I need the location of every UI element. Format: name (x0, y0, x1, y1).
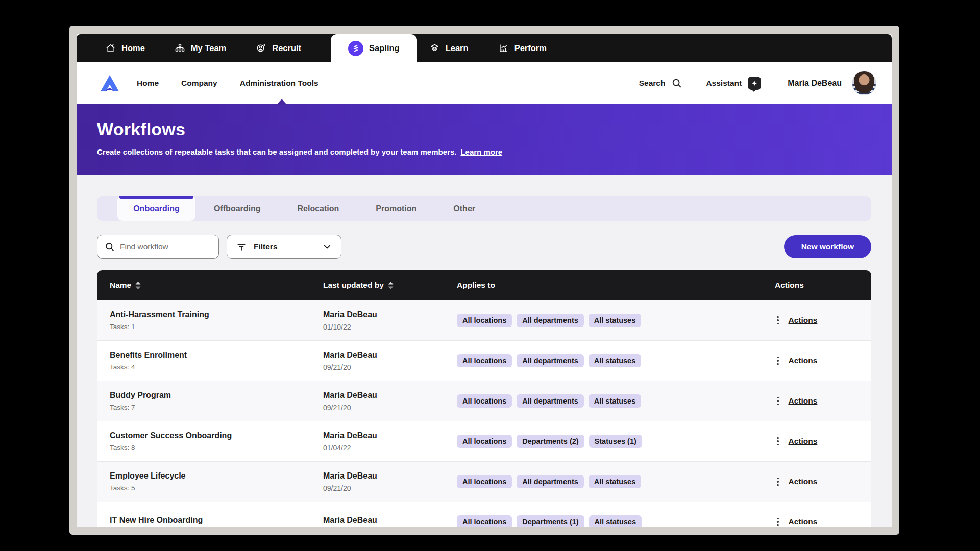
kebab-menu-icon[interactable] (775, 395, 781, 408)
suite-nav-recruit[interactable]: Recruit (256, 34, 301, 62)
suite-nav-home-label: Home (121, 43, 145, 53)
search-input[interactable] (120, 242, 212, 252)
suite-nav-learn[interactable]: Learn (429, 34, 469, 62)
kebab-menu-icon[interactable] (775, 435, 781, 448)
org-chart-icon (175, 43, 185, 54)
actions-link[interactable]: Actions (789, 477, 818, 486)
column-header-actions: Actions (775, 281, 871, 290)
new-workflow-button[interactable]: New workflow (784, 235, 871, 258)
kebab-menu-icon[interactable] (775, 475, 781, 488)
workflow-name[interactable]: Employee Lifecycle (110, 471, 323, 481)
applies-badge: All departments (517, 475, 584, 488)
suite-nav-perform[interactable]: Perform (498, 34, 547, 62)
person-add-icon (256, 43, 266, 54)
workflow-task-count: Tasks: 8 (110, 444, 323, 452)
updated-by: Maria DeBeau (323, 471, 457, 481)
tab-other[interactable]: Other (435, 196, 494, 221)
workflow-task-count: Tasks: 1 (110, 323, 323, 331)
kebab-menu-icon[interactable] (775, 355, 781, 367)
actions-link[interactable]: Actions (789, 437, 818, 446)
applies-badge: All departments (517, 314, 584, 327)
table-row: Customer Success Onboarding Tasks: 8 Mar… (97, 421, 871, 461)
learn-more-link[interactable]: Learn more (460, 147, 502, 156)
applies-badge: All statuses (589, 314, 641, 327)
actions-link[interactable]: Actions (789, 396, 818, 406)
applies-badge: All statuses (589, 394, 641, 408)
applies-badge: All statuses (589, 475, 641, 488)
app-nav-link-home[interactable]: Home (137, 79, 159, 88)
find-workflow-search[interactable] (97, 235, 219, 259)
actions-link[interactable]: Actions (789, 356, 818, 365)
workflow-task-count: Tasks: 4 (110, 363, 323, 371)
updated-date: 09/21/20 (323, 404, 457, 412)
table-row: Benefits Enrollment Tasks: 4 Maria DeBea… (97, 340, 871, 381)
home-icon (105, 43, 116, 54)
workflow-name[interactable]: IT New Hire Onboarding (110, 516, 323, 525)
tabstrip-lead (97, 196, 117, 221)
suite-nav-recruit-label: Recruit (272, 43, 301, 53)
kallidus-logo[interactable] (100, 74, 119, 92)
chevron-down-icon (323, 242, 332, 252)
sort-icon[interactable] (135, 282, 141, 289)
page-subtitle: Create collections of repeatable tasks t… (97, 147, 892, 156)
app-nav-right: Search Assistant Maria DeBeau (639, 71, 876, 95)
assistant-label: Assistant (706, 79, 742, 88)
page-title: Workflows (97, 119, 892, 139)
updated-date: 01/10/22 (323, 323, 457, 331)
assistant-sparkle-icon (748, 77, 761, 90)
global-search[interactable]: Search (639, 78, 683, 89)
column-header-last-updated-by[interactable]: Last updated by (323, 281, 457, 290)
app-nav-link-administration-tools[interactable]: Administration Tools (240, 79, 318, 88)
workflow-task-count: Tasks: 7 (110, 404, 323, 411)
workflow-name[interactable]: Anti-Harassment Training (110, 310, 323, 319)
tab-relocation[interactable]: Relocation (279, 196, 358, 221)
workflow-name[interactable]: Customer Success Onboarding (110, 431, 323, 440)
applies-badge: All departments (517, 354, 584, 367)
suite-nav-my-team[interactable]: My Team (175, 34, 226, 62)
tab-promotion[interactable]: Promotion (357, 196, 435, 221)
kebab-menu-icon[interactable] (775, 516, 781, 527)
app-nav-link-company[interactable]: Company (181, 79, 217, 88)
user-avatar[interactable] (852, 71, 876, 95)
applies-badge: Statuses (1) (589, 435, 642, 448)
search-icon (671, 78, 682, 89)
user-name[interactable]: Maria DeBeau (788, 79, 842, 88)
suite-nav-sapling-active-tab[interactable]: Sapling (331, 34, 417, 62)
updated-date: 09/21/20 (323, 484, 457, 492)
actions-link[interactable]: Actions (789, 517, 818, 527)
updated-date: 09/21/20 (323, 363, 457, 371)
applies-badge: All locations (457, 435, 512, 448)
workflow-name[interactable]: Buddy Program (110, 391, 323, 400)
filters-dropdown[interactable]: Filters (227, 235, 341, 259)
workflow-category-tabs: Onboarding Offboarding Relocation Promot… (97, 196, 871, 221)
chart-icon (498, 43, 509, 54)
main-content: Onboarding Offboarding Relocation Promot… (77, 175, 892, 527)
workflows-table: Name Last updated by Applies to Actions (97, 270, 871, 527)
updated-date: 01/04/22 (323, 444, 457, 452)
filter-icon (236, 242, 247, 252)
kebab-menu-icon[interactable] (775, 314, 781, 327)
suite-nav: Home My Team Recruit Sapling Learn (77, 34, 892, 62)
updated-by: Maria DeBeau (323, 310, 457, 319)
table-row: Employee Lifecycle Tasks: 5 Maria DeBeau… (97, 461, 871, 502)
updated-by: Maria DeBeau (323, 516, 457, 525)
app-nav: Home Company Administration Tools Search… (77, 62, 892, 104)
sapling-logo-icon (348, 41, 363, 56)
suite-nav-my-team-label: My Team (191, 43, 226, 53)
app-window: Home My Team Recruit Sapling Learn (77, 34, 892, 527)
actions-link[interactable]: Actions (789, 316, 818, 325)
applies-badge: All statuses (589, 515, 642, 527)
layers-icon (429, 43, 440, 54)
assistant-button[interactable]: Assistant (706, 77, 761, 90)
suite-nav-home[interactable]: Home (105, 34, 145, 62)
column-header-name[interactable]: Name (97, 281, 323, 290)
search-label: Search (639, 79, 666, 88)
tab-offboarding[interactable]: Offboarding (195, 196, 279, 221)
workflow-name[interactable]: Benefits Enrollment (110, 350, 323, 360)
table-row: Buddy Program Tasks: 7 Maria DeBeau 09/2… (97, 381, 871, 421)
app-window-frame: Home My Team Recruit Sapling Learn (69, 26, 899, 535)
column-header-applies-to: Applies to (457, 281, 775, 290)
tab-onboarding[interactable]: Onboarding (117, 196, 195, 221)
sort-icon[interactable] (388, 282, 394, 289)
controls-row: Filters New workflow (97, 235, 871, 259)
